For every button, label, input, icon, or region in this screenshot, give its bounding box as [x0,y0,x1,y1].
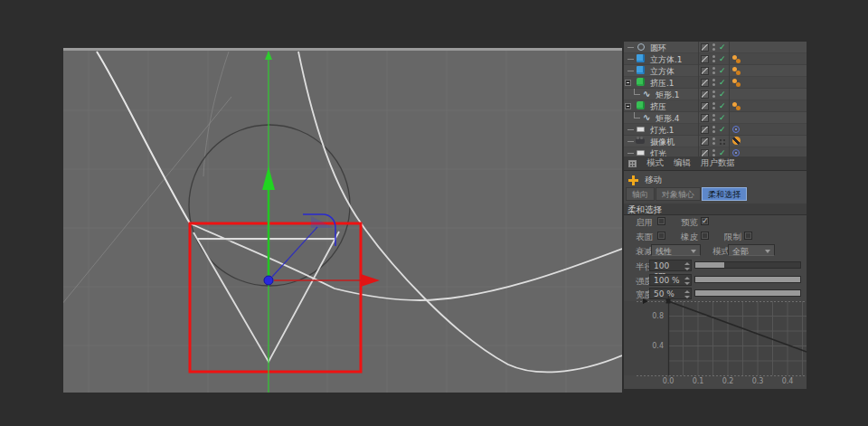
tab-object-axis[interactable]: 对象轴心 [656,187,701,201]
x-axis-arrowhead[interactable] [361,274,380,287]
falloff-curve-graph[interactable]: 0.8 0.4 0.0 0.1 0.2 0.3 0.4 [624,301,807,389]
object-row-cube[interactable]: 立方体 [624,65,807,77]
layer-toggle-icon[interactable] [701,137,709,146]
phong-tag-icon[interactable] [732,102,737,107]
layer-toggle-icon[interactable] [701,126,709,134]
tab-axis[interactable]: 轴向 [626,187,655,201]
visibility-dots-icon[interactable] [712,114,715,117]
strength-slider[interactable] [694,276,801,283]
white-spline-right[interactable] [298,52,622,372]
enabled-check-icon[interactable] [719,148,726,156]
surface-checkbox[interactable] [657,232,665,240]
object-row-rect1[interactable]: ∿ 矩形.1 [624,89,807,100]
enabled-check-icon[interactable] [719,101,726,110]
column-divider [698,42,699,53]
enabled-check-icon[interactable] [719,125,726,134]
object-row-camera[interactable]: 摄像机 [624,136,807,147]
visibility-dots-icon[interactable] [712,55,715,58]
layer-toggle-icon[interactable] [701,149,709,156]
object-row-circle[interactable]: 圆环 [624,42,807,53]
layer-toggle-icon[interactable] [701,102,709,110]
preview-checkbox[interactable] [701,217,709,225]
collapse-expander-icon[interactable] [625,103,631,109]
light-target-tag-icon[interactable] [732,126,740,133]
move-tool-icon [628,175,638,185]
white-spline-sweep[interactable] [190,223,622,300]
triangle-spline[interactable] [193,232,339,362]
strength-field[interactable]: 100 % [649,274,692,286]
object-row-rect4[interactable]: ∿ 矩形.4 [624,112,807,124]
visibility-dots-icon[interactable] [712,67,715,70]
width-slider[interactable] [694,289,801,297]
enabled-check-icon[interactable] [719,66,726,75]
enabled-check-icon[interactable] [719,78,726,87]
disabled-tag-icon[interactable] [732,137,741,145]
mode-dropdown[interactable]: 全部 [728,244,775,256]
falloff-value: 线性 [656,247,672,256]
layer-toggle-icon[interactable] [701,67,709,75]
width-field[interactable]: 50 % [649,288,692,299]
visibility-dots-icon[interactable] [712,137,715,140]
light-target-tag-icon[interactable] [732,149,740,156]
faint-spline-arc [203,52,229,176]
y-axis-arrowhead[interactable] [262,166,275,190]
3d-viewport[interactable] [63,48,622,393]
column-divider [729,65,730,77]
visibility-dots-icon[interactable] [712,79,715,81]
active-tool-row: 移动 [628,175,662,186]
enable-checkbox[interactable] [657,217,665,225]
tree-elbow [634,112,640,118]
enabled-check-icon[interactable] [719,54,726,63]
enabled-check-icon[interactable] [719,43,726,52]
tree-line [627,153,634,154]
menu-edit[interactable]: 编辑 [674,157,691,169]
menu-userdata[interactable]: 用户数据 [701,157,735,169]
spinner-icon[interactable] [684,262,689,270]
object-label[interactable]: 灯光 [650,148,666,156]
object-row-light1[interactable]: 灯光.1 [624,124,807,136]
object-row-light[interactable]: 灯光 [624,147,807,156]
radius-field[interactable]: 100 cm [649,260,692,271]
enabled-check-icon[interactable] [719,90,726,99]
object-row-cube1[interactable]: 立方体.1 [624,53,807,65]
phong-tag-icon[interactable] [732,55,737,60]
rubber-checkbox[interactable] [701,232,709,240]
column-divider [729,136,730,147]
white-spline-left[interactable] [97,52,190,223]
enabled-check-icon[interactable] [719,113,726,122]
attribute-manager: 模式 编辑 用户数据 移动 轴向 对象轴心 柔和选择 柔和选择 启用 预览 表面… [624,156,807,389]
spinner-icon[interactable] [684,277,689,285]
tree-line [627,59,634,60]
object-row-extrude[interactable]: 挤压 [624,100,807,112]
section-header[interactable]: 柔和选择 [624,204,807,215]
layer-toggle-icon[interactable] [701,43,709,52]
object-row-extrude1[interactable]: 挤压.1 [624,77,807,89]
blue-rectangle-spline[interactable] [303,214,335,246]
panel-menu-icon[interactable] [628,160,637,167]
visibility-dots-icon[interactable] [712,126,715,128]
phong-tag-icon[interactable] [732,67,737,71]
mode-value: 全部 [732,247,749,256]
limit-checkbox[interactable] [744,232,752,240]
strength-value: 100 % [654,276,680,285]
state-dots-icon[interactable] [720,139,722,141]
spinner-icon[interactable] [684,290,689,298]
radius-slider[interactable] [694,261,801,269]
layer-toggle-icon[interactable] [701,79,709,87]
visibility-dots-icon[interactable] [712,43,715,46]
layer-toggle-icon[interactable] [701,55,709,63]
visibility-dots-icon[interactable] [712,90,715,93]
layer-toggle-icon[interactable] [701,90,709,99]
gizmo-origin-point[interactable] [264,276,273,285]
collapse-expander-icon[interactable] [625,80,631,86]
menu-mode[interactable]: 模式 [646,157,664,169]
curve-start-point[interactable] [666,299,671,304]
layer-toggle-icon[interactable] [701,114,709,122]
visibility-dots-icon[interactable] [712,102,715,105]
phong-tag-icon[interactable] [732,79,737,83]
tool-option-tabs: 轴向 对象轴心 柔和选择 [626,187,747,201]
visibility-dots-icon[interactable] [712,149,715,152]
falloff-dropdown[interactable]: 线性 [651,244,701,256]
tab-soft-selection[interactable]: 柔和选择 [702,187,747,201]
preview-label: 预览 [681,217,698,229]
